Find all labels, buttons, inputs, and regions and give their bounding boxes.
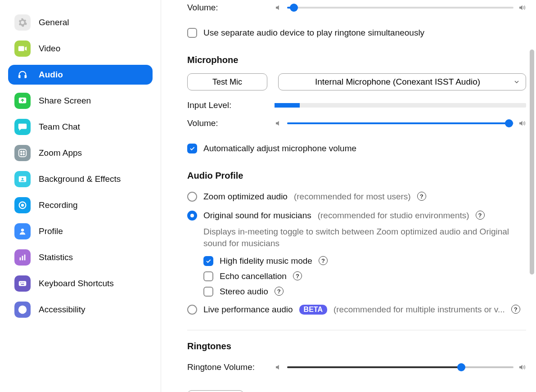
separate-ringtone-device-label: Use separate audio device to play ringto… [203,28,424,38]
svg-rect-1 [19,149,27,157]
audio-profile-radio-live[interactable] [187,305,197,315]
ringtone-volume-label: Ringtone Volume: [187,362,268,372]
audio-profile-option-label: Zoom optimized audio [203,192,288,202]
sidebar-item-label: Share Screen [39,96,91,106]
speaker-high-icon [518,363,526,371]
sidebar-item-label: General [39,18,69,27]
speaker-low-icon [275,119,283,127]
sidebar-item-video[interactable]: Video [8,39,153,59]
audio-profile-option-hint: (recommended for multiple instruments or… [333,305,505,315]
audio-profile-option-description: Displays in-meeting toggle to switch bet… [203,226,526,249]
advanced-button[interactable]: Advanced [187,390,244,392]
svg-point-2 [21,151,22,153]
speaker-volume-label: Volume: [187,3,268,13]
statistics-icon [14,249,31,266]
chevron-down-icon [513,78,520,86]
svg-rect-18 [21,284,24,285]
svg-point-15 [20,282,21,283]
divider [187,330,526,330]
ringtones-heading: Ringtones [187,341,526,351]
sidebar-item-share-screen[interactable]: Share Screen [8,91,153,111]
sidebar-item-label: Background & Effects [39,174,121,184]
sidebar-item-label: Keyboard Shortcuts [39,279,114,288]
svg-point-20 [22,307,23,308]
sidebar-item-profile[interactable]: Profile [8,221,153,241]
sidebar-item-label: Zoom Apps [39,148,82,158]
svg-point-16 [22,282,23,283]
audio-profile-option-hint: (recommended for studio environments) [318,211,469,221]
audio-profile-heading: Audio Profile [187,171,526,181]
sidebar-item-general[interactable]: General [8,13,153,32]
sidebar-item-recording[interactable]: Recording [8,195,153,215]
echo-cancellation-checkbox[interactable] [203,271,213,281]
sidebar-item-audio[interactable]: Audio [8,65,153,85]
sidebar-item-zoom-apps[interactable]: Zoom Apps [8,143,153,163]
sidebar-item-label: Profile [39,226,63,236]
sidebar-item-label: Team Chat [39,122,80,132]
ringtone-volume-slider[interactable] [287,366,513,368]
stereo-audio-checkbox[interactable] [203,287,213,297]
speaker-high-icon [518,119,526,127]
sidebar-item-keyboard-shortcuts[interactable]: Keyboard Shortcuts [8,274,153,293]
sidebar-item-background-effects[interactable]: Background & Effects [8,169,153,189]
auto-adjust-mic-checkbox[interactable] [187,144,197,153]
chat-icon [14,119,31,135]
hifi-music-mode-label: High fidelity music mode [220,256,312,266]
help-icon[interactable]: ? [293,271,302,280]
test-mic-button[interactable]: Test Mic [187,73,267,90]
sidebar-item-label: Audio [39,70,63,80]
mic-volume-label: Volume: [187,118,268,128]
hifi-music-mode-checkbox[interactable] [203,256,213,266]
auto-adjust-mic-label: Automatically adjust microphone volume [203,144,356,153]
gear-icon [14,14,31,31]
record-icon [14,197,31,213]
sidebar-item-label: Accessibility [39,305,85,315]
audio-profile-option-hint: (recommended for most users) [294,192,411,202]
sidebar-item-accessibility[interactable]: Accessibility [8,300,153,320]
speaker-low-icon [275,363,283,371]
sidebar-item-label: Statistics [39,252,73,262]
help-icon[interactable]: ? [417,192,426,201]
scrollbar-thumb[interactable] [530,50,534,275]
audio-profile-option-label: Original sound for musicians [203,211,311,221]
settings-sidebar: General Video Audio Share Screen Team Ch [0,0,161,392]
sidebar-item-statistics[interactable]: Statistics [8,248,153,267]
svg-point-9 [21,204,24,207]
stereo-audio-label: Stereo audio [220,287,268,297]
help-icon[interactable]: ? [476,211,485,220]
background-icon [14,171,31,187]
audio-profile-radio-optimized[interactable] [187,192,197,202]
sidebar-item-team-chat[interactable]: Team Chat [8,117,153,137]
svg-rect-12 [22,256,23,260]
svg-rect-11 [20,257,21,260]
profile-icon [14,223,31,239]
help-icon[interactable]: ? [319,256,328,265]
mic-volume-slider[interactable] [287,122,513,124]
input-level-meter [275,103,526,108]
sidebar-item-label: Video [39,44,60,54]
sidebar-item-label: Recording [39,200,78,210]
svg-rect-13 [24,255,26,261]
settings-panel-audio: Volume: Use separate audio device to pla… [161,0,536,392]
audio-profile-option-label: Live performance audio [203,305,293,315]
headphones-icon [14,67,31,83]
beta-badge: BETA [299,305,327,315]
input-level-label: Input Level: [187,100,268,110]
speaker-low-icon [275,4,283,12]
svg-point-4 [21,153,22,155]
apps-icon [14,145,31,161]
separate-ringtone-device-checkbox[interactable] [187,28,197,38]
audio-profile-radio-original[interactable] [187,211,197,221]
help-icon[interactable]: ? [275,287,284,296]
speaker-high-icon [518,4,526,12]
echo-cancellation-label: Echo cancellation [220,271,287,281]
svg-point-10 [21,229,24,231]
speaker-volume-slider[interactable] [287,7,513,9]
svg-point-7 [22,178,23,180]
help-icon[interactable]: ? [511,305,520,314]
microphone-device-value: Internal Microphone (Conexant ISST Audio… [315,77,480,87]
microphone-heading: Microphone [187,55,526,65]
svg-point-17 [23,282,24,283]
microphone-device-select[interactable]: Internal Microphone (Conexant ISST Audio… [278,73,526,90]
svg-point-5 [23,153,24,155]
